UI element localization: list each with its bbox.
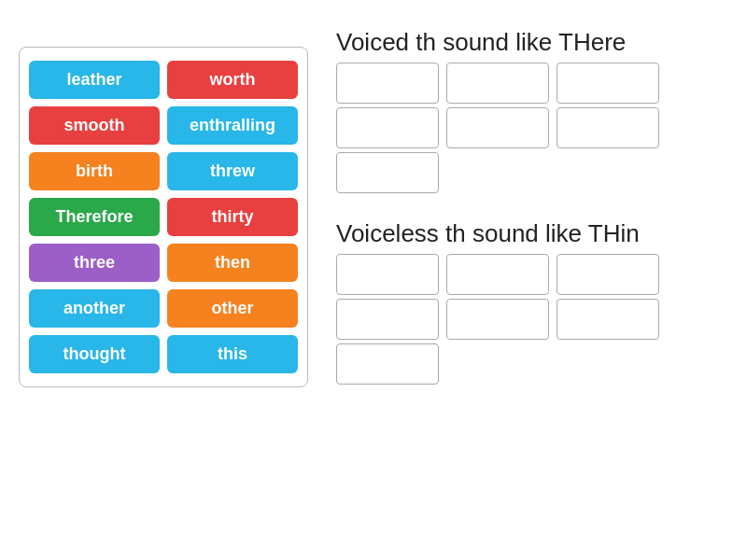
drop-box[interactable]: [557, 299, 659, 340]
voiceless-row-2: [336, 299, 728, 340]
voiceless-row-3: [336, 343, 728, 385]
word-button[interactable]: birth: [29, 152, 160, 190]
drop-box[interactable]: [336, 63, 439, 104]
right-panel: Voiced th sound like THere Voiceless th …: [336, 19, 728, 388]
drop-box[interactable]: [557, 63, 659, 104]
drop-box[interactable]: [336, 152, 439, 193]
drop-box[interactable]: [446, 254, 549, 295]
word-button[interactable]: thirty: [167, 198, 298, 236]
drop-box[interactable]: [446, 107, 549, 148]
voiced-title: Voiced th sound like THere: [336, 28, 728, 57]
drop-box[interactable]: [336, 254, 439, 295]
section-voiced: Voiced th sound like THere: [336, 28, 728, 197]
section-voiceless: Voiceless th sound like THin: [336, 219, 728, 388]
drop-box[interactable]: [557, 107, 659, 148]
word-button[interactable]: smooth: [29, 106, 160, 145]
drop-box[interactable]: [336, 299, 439, 340]
word-button[interactable]: leather: [29, 61, 160, 99]
word-button[interactable]: Therefore: [29, 198, 160, 236]
voiced-row-2: [336, 107, 728, 148]
voiceless-row-1: [336, 254, 728, 295]
drop-box[interactable]: [446, 63, 549, 104]
word-button[interactable]: this: [167, 335, 298, 373]
word-button[interactable]: other: [167, 289, 298, 328]
word-bank: leatherworthsmoothenthrallingbirththrewT…: [19, 47, 308, 387]
word-button[interactable]: another: [29, 289, 160, 328]
drop-box[interactable]: [446, 299, 549, 340]
voiceless-title: Voiceless th sound like THin: [336, 219, 728, 248]
word-button[interactable]: enthralling: [167, 106, 298, 145]
word-button[interactable]: then: [167, 244, 298, 282]
word-button[interactable]: threw: [167, 152, 298, 190]
voiced-row-3: [336, 152, 728, 193]
word-button[interactable]: three: [29, 244, 160, 282]
drop-box[interactable]: [336, 107, 439, 148]
drop-box[interactable]: [557, 254, 659, 295]
voiced-row-1: [336, 63, 728, 104]
word-button[interactable]: thought: [29, 335, 160, 373]
drop-box[interactable]: [336, 343, 439, 385]
word-button[interactable]: worth: [167, 61, 298, 99]
